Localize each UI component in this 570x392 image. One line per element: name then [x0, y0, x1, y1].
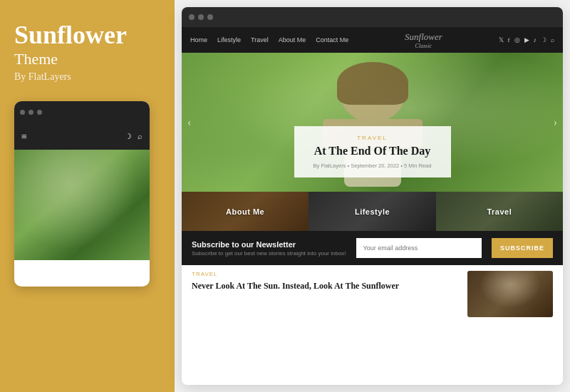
desktop-preview: Home Lifestyle Travel About Me Contact M…: [182, 7, 563, 385]
nav-link-travel[interactable]: Travel: [251, 36, 269, 43]
desktop-nav-icons: 𝕏 f ◎ ▶ ♪ ☽ ⌕: [499, 36, 555, 43]
nav-link-lifestyle[interactable]: Lifestyle: [217, 36, 241, 43]
moon-icon: ☽: [541, 36, 546, 43]
mobile-nav-icons: ☽ ⌕: [125, 132, 142, 141]
bottom-article-title[interactable]: Never Look At The Sun. Instead, Look At …: [192, 280, 459, 292]
newsletter-subscribe-button[interactable]: SUBSCRIBE: [492, 238, 553, 258]
bottom-article-image: [467, 271, 553, 317]
newsletter-heading: Subscribe to our Newsletter: [192, 240, 346, 249]
mobile-preview: ≡ ☽ ⌕ Travel At The End Of The Day Septe…: [14, 101, 150, 287]
nav-link-home[interactable]: Home: [190, 36, 207, 43]
theme-subtitle: Theme: [14, 50, 160, 68]
desktop-nav-brand: Sunflower Classic: [348, 31, 498, 49]
desktop-nav-links: Home Lifestyle Travel About Me Contact M…: [190, 36, 348, 43]
category-row: About Me Lifestyle Travel: [182, 192, 563, 231]
youtube-icon: ▶: [524, 36, 529, 43]
desktop-top-bar: [182, 7, 563, 27]
mobile-nav-bar: ≡ ☽ ⌕: [14, 124, 150, 150]
search-icon: ⌕: [551, 36, 554, 43]
bottom-article-image-bg: [467, 271, 553, 317]
mobile-dot-3: [37, 110, 42, 115]
desktop-hero: ‹ › Travel At The End Of The Day By Flat…: [182, 53, 563, 192]
newsletter-text: Subscribe to our Newsletter Subscribe to…: [192, 240, 346, 257]
hero-article-meta: By FlatLayers • September 20, 2022 • 5 M…: [310, 163, 435, 169]
bottom-article: Travel Never Look At The Sun. Instead, L…: [192, 271, 459, 379]
hero-next-arrow[interactable]: ›: [554, 116, 557, 129]
desktop-dot-3: [207, 14, 213, 20]
mobile-hero: Travel At The End Of The Day September 2…: [14, 150, 150, 260]
category-lifestyle-label: Lifestyle: [355, 207, 390, 216]
bottom-travel-label: Travel: [192, 271, 459, 277]
desktop-nav: Home Lifestyle Travel About Me Contact M…: [182, 27, 563, 53]
tiktok-icon: ♪: [534, 36, 537, 43]
mobile-hero-image: [14, 150, 150, 260]
hero-article-title: At The End Of The Day: [310, 144, 435, 159]
mobile-dot-2: [28, 110, 33, 115]
nav-link-about[interactable]: About Me: [279, 36, 306, 43]
hero-overlay: Travel At The End Of The Day By FlatLaye…: [294, 126, 451, 177]
mobile-top-bar: [14, 101, 150, 124]
hamburger-icon: ≡: [21, 131, 27, 143]
theme-by: By FlatLayers: [14, 71, 160, 83]
category-travel[interactable]: Travel: [436, 192, 563, 231]
category-travel-label: Travel: [487, 207, 512, 216]
moon-icon: ☽: [125, 132, 132, 141]
newsletter-subtext: Subscribe to get our best new stories st…: [192, 250, 346, 257]
search-icon: ⌕: [138, 132, 142, 141]
newsletter-bar: Subscribe to our Newsletter Subscribe to…: [182, 231, 563, 265]
theme-title: Sunflower: [14, 21, 160, 50]
right-panel: Home Lifestyle Travel About Me Contact M…: [175, 0, 570, 392]
hero-prev-arrow[interactable]: ‹: [187, 116, 191, 129]
newsletter-email-input[interactable]: [356, 238, 482, 258]
category-lifestyle[interactable]: Lifestyle: [309, 192, 435, 231]
bottom-section: Travel Never Look At The Sun. Instead, L…: [182, 265, 563, 385]
twitter-icon: 𝕏: [499, 36, 504, 43]
desktop-dot-2: [198, 14, 204, 20]
desktop-content: ‹ › Travel At The End Of The Day By Flat…: [182, 53, 563, 385]
nav-link-contact[interactable]: Contact Me: [316, 36, 348, 43]
hero-travel-badge: Travel: [310, 135, 435, 141]
category-about-label: About Me: [226, 207, 264, 216]
category-about[interactable]: About Me: [182, 192, 309, 231]
facebook-icon: f: [508, 36, 510, 43]
left-panel: Sunflower Theme By FlatLayers ≡ ☽ ⌕ Trav…: [0, 0, 175, 392]
desktop-dot-1: [189, 14, 195, 20]
instagram-icon: ◎: [514, 36, 520, 43]
mobile-dot-1: [20, 110, 25, 115]
